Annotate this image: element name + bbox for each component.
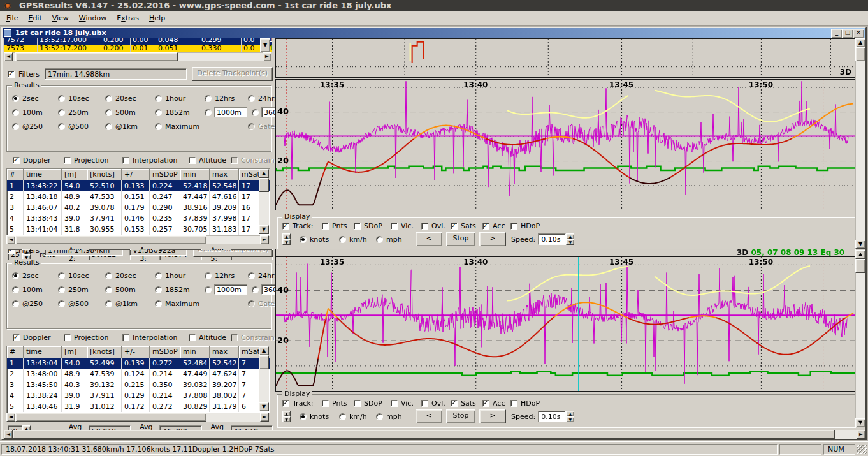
maximum-radio[interactable]: [155, 300, 162, 307]
projection-check[interactable]: [64, 334, 71, 341]
speed-chart-bottom[interactable]: [275, 256, 855, 392]
stop-button[interactable]: Stop: [446, 232, 475, 246]
scroll-track[interactable]: [855, 47, 865, 240]
window-resize-grip[interactable]: [857, 445, 867, 454]
scroll-track[interactable]: [15, 413, 260, 422]
2sec-radio[interactable]: [12, 272, 19, 279]
1000m-radio[interactable]: [205, 286, 212, 293]
trackpoint-h-scrollbar[interactable]: ◄ ►: [4, 52, 271, 61]
scroll-thumb[interactable]: [15, 413, 206, 422]
track-check[interactable]: [282, 223, 289, 230]
altitude-check[interactable]: [189, 157, 196, 164]
1000m-input[interactable]: 1000m: [214, 107, 247, 117]
trackpoint-row-highlight[interactable]: 757313:52:17.2000.2000.010.0510.3300.016…: [4, 45, 272, 52]
scroll-track[interactable]: [13, 52, 263, 61]
y-scale-spinner[interactable]: ▲▼: [282, 233, 291, 245]
menu-item-window[interactable]: Window: [74, 12, 112, 24]
chart-v-scrollbar-bottom[interactable]: ▲ ▼: [855, 250, 865, 427]
100m-radio[interactable]: [12, 109, 19, 116]
row-scroll-down-button[interactable]: ▼: [260, 38, 270, 52]
spin-down-icon[interactable]: ▼: [282, 416, 291, 422]
scroll-track[interactable]: [259, 178, 269, 225]
scroll-thumb[interactable]: [855, 259, 865, 273]
child-title-bar[interactable]: 1st car ride 18 july.ubx _ □ ✕: [3, 28, 865, 38]
trackpoint-row-selected[interactable]: 757213:52:17.0000.2000.000.0480.2990.016…: [4, 38, 272, 45]
chart-v-scrollbar-top[interactable]: ▲ ▼: [855, 38, 865, 249]
24hrs-radio[interactable]: [248, 272, 255, 279]
1000m-input[interactable]: 1000m: [214, 284, 247, 295]
500m-radio[interactable]: [105, 286, 112, 293]
table-row[interactable]: 413:38:2439.037.9110.1290.21437.80838.00…: [7, 390, 270, 401]
restore-button[interactable]: □: [842, 29, 853, 38]
vic-check[interactable]: [391, 223, 398, 230]
scroll-up-icon[interactable]: ▲: [855, 38, 865, 47]
step-forward-button[interactable]: >: [479, 409, 506, 423]
step-back-button[interactable]: <: [416, 409, 442, 423]
scroll-up-icon[interactable]: ▲: [259, 346, 269, 355]
filters-value-field[interactable]: 17min, 14.984km: [45, 250, 123, 256]
spin-up-icon[interactable]: ▲: [282, 411, 291, 416]
menu-item-file[interactable]: File: [1, 12, 23, 24]
filters-value-field[interactable]: 17min, 14.988km: [45, 68, 187, 80]
scroll-thumb[interactable]: [259, 355, 269, 369]
window-button-icon[interactable]: [4, 3, 11, 9]
1hour-radio[interactable]: [155, 272, 162, 279]
spin-down-icon[interactable]: ▼: [282, 239, 291, 245]
scroll-up-icon[interactable]: ▲: [855, 250, 865, 259]
scroll-thumb[interactable]: [13, 430, 835, 439]
250-radio[interactable]: [12, 300, 19, 307]
interpolation-check[interactable]: [122, 334, 129, 341]
mph-radio[interactable]: [376, 236, 383, 243]
step-forward-button[interactable]: >: [479, 232, 506, 246]
24hrs-radio[interactable]: [248, 95, 255, 102]
sats-check[interactable]: [451, 400, 458, 407]
1852m-radio[interactable]: [155, 286, 162, 293]
knots-radio[interactable]: [300, 236, 307, 243]
250m-radio[interactable]: [58, 109, 65, 116]
table-row[interactable]: 513:41:0431.830.9550.1530.25730.70531.18…: [7, 224, 270, 235]
table-row[interactable]: 313:45:5040.339.1320.2150.35039.03239.20…: [7, 379, 270, 390]
250m-radio[interactable]: [58, 286, 65, 293]
scroll-track[interactable]: [15, 235, 260, 244]
20sec-radio[interactable]: [105, 95, 112, 102]
scroll-down-icon[interactable]: ▼: [259, 402, 269, 411]
close-button[interactable]: ✕: [853, 29, 864, 38]
250-radio[interactable]: [12, 123, 19, 130]
table-row-selected[interactable]: 113:43:2254.052.5100.1330.22452.41852.54…: [7, 180, 270, 191]
child-h-scrollbar[interactable]: ◄ ►: [4, 430, 865, 439]
table-row[interactable]: 213:48:0048.947.5390.1240.21447.44947.62…: [7, 369, 270, 379]
menu-item-help[interactable]: Help: [144, 12, 170, 24]
doppler-check[interactable]: [13, 334, 20, 341]
speed-chart-top[interactable]: [275, 79, 855, 210]
scroll-left-icon[interactable]: ◄: [6, 235, 15, 244]
firmware-field[interactable]: V1.3B0922a: [129, 250, 187, 256]
500m-radio[interactable]: [105, 109, 112, 116]
track-check[interactable]: [282, 400, 289, 407]
menu-item-view[interactable]: View: [47, 12, 74, 24]
pnts-check[interactable]: [322, 223, 329, 230]
hdop-check[interactable]: [510, 400, 517, 407]
menu-item-edit[interactable]: Edit: [23, 12, 47, 24]
table-row-selected[interactable]: 113:43:0454.052.4990.1390.27252.48452.54…: [7, 358, 270, 369]
20sec-radio[interactable]: [105, 272, 112, 279]
1852m-radio[interactable]: [155, 109, 162, 116]
scroll-down-icon[interactable]: ▼: [855, 240, 865, 249]
pnts-check[interactable]: [322, 400, 329, 407]
scroll-right-icon[interactable]: ►: [857, 430, 865, 439]
table-row[interactable]: 213:48:1848.947.5330.1510.24747.44747.61…: [7, 191, 270, 202]
trackpoint-list[interactable]: 757213:52:17.0000.2000.000.0480.2990.016…: [4, 38, 272, 52]
altitude-check[interactable]: [189, 334, 196, 341]
360min-radio[interactable]: [252, 109, 259, 116]
500-radio[interactable]: [58, 300, 65, 307]
menu-item-extras[interactable]: Extras: [112, 12, 144, 24]
360min-radio[interactable]: [252, 286, 259, 293]
1km-radio[interactable]: [105, 123, 112, 130]
results-table-top[interactable]: #time[m][knots]+/-mSDoPminmaxmSats113:43…: [6, 168, 270, 236]
sdop-check[interactable]: [354, 400, 361, 407]
sdop-check[interactable]: [354, 223, 361, 230]
y-scale-spinner[interactable]: ▲▼: [282, 411, 291, 422]
hdop-check[interactable]: [510, 223, 517, 230]
filters-checkbox[interactable]: [8, 250, 15, 254]
scroll-track[interactable]: [259, 355, 269, 402]
scroll-left-icon[interactable]: ◄: [4, 52, 13, 61]
